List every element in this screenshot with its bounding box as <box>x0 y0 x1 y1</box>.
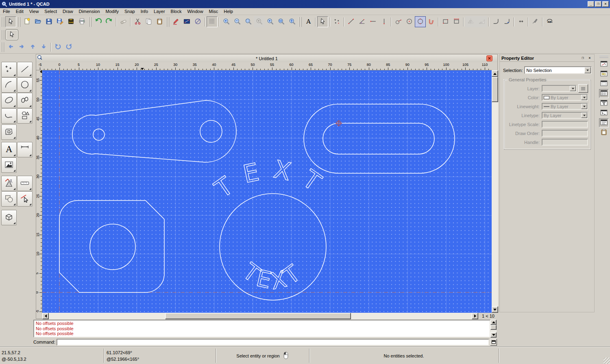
chevron-down-icon[interactable] <box>581 104 587 109</box>
toolbar-grip[interactable] <box>17 17 20 27</box>
line-2-points-button[interactable] <box>346 16 357 27</box>
offset-button[interactable] <box>516 16 527 27</box>
toolbar-grip[interactable] <box>1 30 4 40</box>
menu-file[interactable]: File <box>0 9 13 14</box>
redo-button[interactable] <box>104 16 115 27</box>
modify-tools-button[interactable] <box>17 191 33 207</box>
toggle-history-button[interactable] <box>490 339 497 346</box>
command-line-dock-button[interactable] <box>599 109 609 118</box>
previous-view-button[interactable] <box>265 16 276 27</box>
menu-help[interactable]: Help <box>221 9 236 14</box>
vertical-scrollbar[interactable] <box>492 70 498 313</box>
arc-tools-button[interactable] <box>1 77 17 93</box>
menu-draw[interactable]: Draw <box>60 9 76 14</box>
menu-snap[interactable]: Snap <box>122 9 138 14</box>
chevron-down-icon[interactable] <box>581 95 587 100</box>
selection-combo[interactable]: No Selection <box>524 66 592 74</box>
point-tools-button[interactable] <box>331 16 342 27</box>
block-tools-button[interactable] <box>1 191 17 207</box>
line-vertical-button[interactable] <box>379 16 390 27</box>
history-scrollbar[interactable] <box>490 320 497 338</box>
undo-button[interactable] <box>93 16 104 27</box>
library-browser-dock-button[interactable] <box>599 118 609 127</box>
arc-tools-button[interactable] <box>393 16 404 27</box>
polyline-tools-button[interactable] <box>426 16 437 27</box>
menu-view[interactable]: View <box>26 9 42 14</box>
pan-zoom-button[interactable] <box>287 16 298 27</box>
draw-order-field[interactable] <box>542 130 588 137</box>
point-tools-button[interactable] <box>1 62 17 77</box>
line-horizontal-button[interactable] <box>368 16 379 27</box>
zoom-window-button[interactable] <box>276 16 287 27</box>
drawing-close-icon[interactable]: ✕ <box>486 55 492 61</box>
scroll-down-icon[interactable] <box>490 332 497 338</box>
rectangle-size-button[interactable] <box>451 16 462 27</box>
move-right-button[interactable] <box>16 42 27 53</box>
dock-grip[interactable] <box>599 55 608 58</box>
rectangle-button[interactable] <box>440 16 451 27</box>
menu-modify[interactable]: Modify <box>103 9 122 14</box>
toolbar-grip[interactable] <box>1 17 4 27</box>
resize-grip[interactable] <box>603 357 610 364</box>
drafting-tools-button[interactable] <box>1 176 17 191</box>
layer-list-button[interactable] <box>578 84 588 93</box>
color-combo[interactable]: By Layer <box>542 94 588 101</box>
menu-misc[interactable]: Misc <box>206 9 221 14</box>
zoom-out-button[interactable] <box>232 16 243 27</box>
projection-tools-button[interactable] <box>1 210 17 225</box>
rotate-ccw-button[interactable] <box>52 42 63 53</box>
view-list-dock-button[interactable] <box>599 79 609 88</box>
snap-auto-button[interactable] <box>5 29 18 40</box>
chevron-down-icon[interactable] <box>584 67 591 73</box>
rotate-cw-button[interactable] <box>63 42 74 53</box>
linetype-combo[interactable]: By Layer <box>542 112 588 119</box>
trim-button[interactable] <box>530 16 541 27</box>
toolbar-grip[interactable] <box>89 17 92 27</box>
minimize-button[interactable]: _ <box>588 1 594 7</box>
toolbar-grip[interactable] <box>1 42 4 52</box>
text-tool-button[interactable]: A <box>303 16 314 27</box>
paste-button[interactable] <box>154 16 165 27</box>
cut-button[interactable] <box>132 16 143 27</box>
restrict-off-button[interactable] <box>192 16 203 27</box>
grid-toggle-button[interactable] <box>207 16 218 27</box>
close-panel-icon[interactable]: ✕ <box>587 55 593 61</box>
horizontal-scrollbar[interactable] <box>42 313 478 319</box>
new-file-button[interactable] <box>22 16 33 27</box>
menu-block[interactable]: Block <box>168 9 185 14</box>
zoom-in-button[interactable] <box>221 16 232 27</box>
round-all-corners-button[interactable] <box>501 16 512 27</box>
layer-list-dock-button[interactable] <box>599 60 609 69</box>
save-as-button[interactable] <box>54 16 65 27</box>
line-tools-button[interactable] <box>17 62 33 77</box>
clipboard-dock-button[interactable] <box>599 128 609 137</box>
close-button[interactable]: ✕ <box>602 1 609 7</box>
ellipse-tools-button[interactable] <box>1 93 17 108</box>
delete-button[interactable] <box>118 16 129 27</box>
mirror-button[interactable] <box>465 16 476 27</box>
property-editor-dock-button[interactable] <box>599 89 609 98</box>
lineweight-combo[interactable]: By Layer <box>542 103 588 110</box>
scale-button[interactable] <box>476 16 487 27</box>
dimension-tools-button[interactable] <box>17 142 33 157</box>
chevron-down-icon[interactable] <box>570 86 576 91</box>
open-file-button[interactable] <box>33 16 44 27</box>
float-panel-icon[interactable]: ❐ <box>580 55 586 61</box>
history-scroll-thumb[interactable] <box>490 325 497 330</box>
linetype-scale-field[interactable] <box>542 121 588 128</box>
menu-layer[interactable]: Layer <box>151 9 168 14</box>
line-angle-button[interactable] <box>357 16 368 27</box>
measure-tools-button[interactable] <box>17 176 33 191</box>
scroll-right-icon[interactable] <box>472 313 478 319</box>
drawing-window-titlebar[interactable]: * Untitled 1 ✕ <box>36 54 497 62</box>
zoom-to-selection-button[interactable] <box>254 16 265 27</box>
menu-info[interactable]: Info <box>138 9 151 14</box>
menu-window[interactable]: Window <box>184 9 206 14</box>
command-input[interactable] <box>57 339 489 346</box>
restore-button[interactable]: ❐ <box>595 1 601 7</box>
drawing-properties-button[interactable] <box>181 16 192 27</box>
leader-annotation-button[interactable]: AB <box>544 16 555 27</box>
round-corner-button[interactable] <box>490 16 501 27</box>
polyline-tools-button[interactable] <box>1 108 17 124</box>
property-editor-titlebar[interactable]: Property Editor ❐ ✕ <box>500 54 594 62</box>
